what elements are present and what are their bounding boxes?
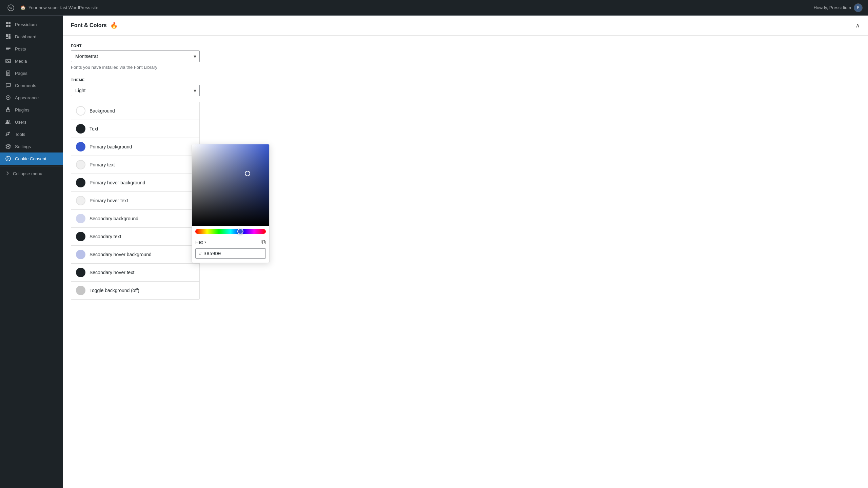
svg-rect-23 xyxy=(7,109,9,110)
site-title: Your new super fast WordPress site. xyxy=(28,5,100,10)
theme-select[interactable]: Light Dark Custom xyxy=(71,85,200,96)
color-row-label: Text xyxy=(90,126,98,131)
color-list: Background Text Primary background Prima… xyxy=(71,102,200,300)
hex-hash-symbol: # xyxy=(199,251,202,256)
top-bar: W 🏠 Your new super fast WordPress site. … xyxy=(0,0,868,16)
theme-label: THEME xyxy=(71,78,860,82)
panel-header: Font & Colors 🔥 ∧ xyxy=(63,16,868,36)
collapse-menu-button[interactable]: Collapse menu xyxy=(0,168,63,180)
color-row-secondary-hover-background[interactable]: Secondary hover background xyxy=(71,246,199,264)
sidebar-item-media[interactable]: Media xyxy=(0,55,63,67)
hex-mode-label: Hex xyxy=(195,240,203,245)
collapse-icon xyxy=(5,170,10,177)
svg-point-30 xyxy=(8,158,9,159)
color-row-secondary-text[interactable]: Secondary text xyxy=(71,228,199,246)
color-row-toggle-background-off[interactable]: Toggle background (off) xyxy=(71,282,199,299)
font-hint: Fonts you have installed via the Font Li… xyxy=(71,65,860,70)
color-row-primary-background[interactable]: Primary background xyxy=(71,138,199,156)
dashboard-icon xyxy=(5,33,12,40)
sidebar-item-appearance[interactable]: Appearance xyxy=(0,92,63,104)
panel-title-text: Font & Colors xyxy=(71,22,107,28)
color-row-label: Primary text xyxy=(90,162,115,167)
sidebar-item-pages[interactable]: Pages xyxy=(0,67,63,79)
hex-mode-selector[interactable]: Hex ▾ xyxy=(195,240,206,245)
posts-icon xyxy=(5,45,12,52)
svg-rect-8 xyxy=(8,36,11,39)
tools-icon xyxy=(5,131,12,138)
color-row-secondary-background[interactable]: Secondary background xyxy=(71,210,199,228)
color-row-label: Secondary hover background xyxy=(90,252,152,257)
color-row-label: Background xyxy=(90,108,115,114)
sidebar-item-cookie-consent[interactable]: Cookie Consent xyxy=(0,152,63,165)
color-hue-bar[interactable] xyxy=(195,229,266,234)
flame-icon: 🔥 xyxy=(110,22,118,29)
color-swatch-primary-hover-background xyxy=(76,178,85,187)
hex-value-input[interactable] xyxy=(204,251,262,256)
copy-icon[interactable]: ⧉ xyxy=(261,239,266,246)
color-swatch-text xyxy=(76,124,85,134)
sidebar-item-label: Comments xyxy=(15,83,36,88)
sidebar: Pressidium Dashboard Posts xyxy=(0,16,63,488)
grid-icon xyxy=(5,21,12,28)
sidebar-divider xyxy=(0,166,63,166)
svg-rect-7 xyxy=(8,34,11,36)
hex-mode-chevron-icon: ▾ xyxy=(204,240,206,244)
sidebar-item-tools[interactable]: Tools xyxy=(0,128,63,140)
font-select[interactable]: Montserrat Arial Roboto Open Sans xyxy=(71,50,200,62)
sidebar-item-users[interactable]: Users xyxy=(0,116,63,128)
wp-logo[interactable]: W xyxy=(5,2,16,13)
plugins-icon xyxy=(5,106,12,113)
color-swatch-toggle-background-off xyxy=(76,286,85,295)
color-row-primary-text[interactable]: Primary text xyxy=(71,156,199,174)
svg-rect-3 xyxy=(8,22,11,24)
svg-point-25 xyxy=(9,120,10,122)
sidebar-item-label: Plugins xyxy=(15,107,29,113)
howdy-text: Howdy, Pressidium xyxy=(814,5,851,10)
color-swatch-secondary-hover-text xyxy=(76,268,85,277)
color-row-primary-hover-background[interactable]: Primary hover background xyxy=(71,174,199,192)
color-row-label: Toggle background (off) xyxy=(90,288,139,293)
svg-rect-4 xyxy=(6,25,8,27)
color-row-text[interactable]: Text xyxy=(71,120,199,138)
appearance-icon xyxy=(5,94,12,101)
sidebar-item-comments[interactable]: Comments xyxy=(0,79,63,92)
color-row-label: Primary hover background xyxy=(90,180,145,185)
cookie-icon xyxy=(5,155,12,162)
sidebar-item-label: Media xyxy=(15,59,27,64)
color-row-primary-hover-text[interactable]: Primary hover text xyxy=(71,192,199,210)
sidebar-item-label: Cookie Consent xyxy=(15,156,46,161)
sidebar-item-pressidium[interactable]: Pressidium xyxy=(0,18,63,30)
color-swatch-secondary-hover-background xyxy=(76,250,85,259)
svg-rect-5 xyxy=(8,25,11,27)
top-bar-left: W 🏠 Your new super fast WordPress site. xyxy=(5,2,100,13)
svg-point-27 xyxy=(7,146,9,147)
color-gradient-area[interactable] xyxy=(192,144,269,226)
media-icon xyxy=(5,58,12,64)
pages-icon xyxy=(5,70,12,77)
sidebar-item-settings[interactable]: Settings xyxy=(0,140,63,152)
sidebar-item-plugins[interactable]: Plugins xyxy=(0,104,63,116)
color-swatch-primary-background xyxy=(76,142,85,151)
main-layout: Pressidium Dashboard Posts xyxy=(0,16,868,488)
sidebar-item-label: Posts xyxy=(15,46,26,52)
home-icon[interactable]: 🏠 xyxy=(20,5,26,10)
svg-rect-10 xyxy=(6,47,11,47)
color-swatch-primary-hover-text xyxy=(76,196,85,205)
user-avatar[interactable]: P xyxy=(854,3,863,12)
svg-rect-9 xyxy=(6,38,8,39)
comments-icon xyxy=(5,82,12,89)
sidebar-item-dashboard[interactable]: Dashboard xyxy=(0,30,63,43)
svg-rect-17 xyxy=(7,73,9,74)
color-swatch-primary-text xyxy=(76,160,85,169)
color-row-background[interactable]: Background xyxy=(71,102,199,120)
color-swatch-secondary-text xyxy=(76,232,85,241)
color-swatch-background xyxy=(76,106,85,116)
sidebar-item-label: Pressidium xyxy=(15,22,37,27)
users-icon xyxy=(5,119,12,125)
hue-thumb xyxy=(237,228,243,235)
svg-rect-18 xyxy=(7,74,8,75)
color-row-label: Secondary text xyxy=(90,234,121,239)
panel-collapse-button[interactable]: ∧ xyxy=(855,22,860,29)
sidebar-item-posts[interactable]: Posts xyxy=(0,43,63,55)
color-row-secondary-hover-text[interactable]: Secondary hover text xyxy=(71,264,199,282)
